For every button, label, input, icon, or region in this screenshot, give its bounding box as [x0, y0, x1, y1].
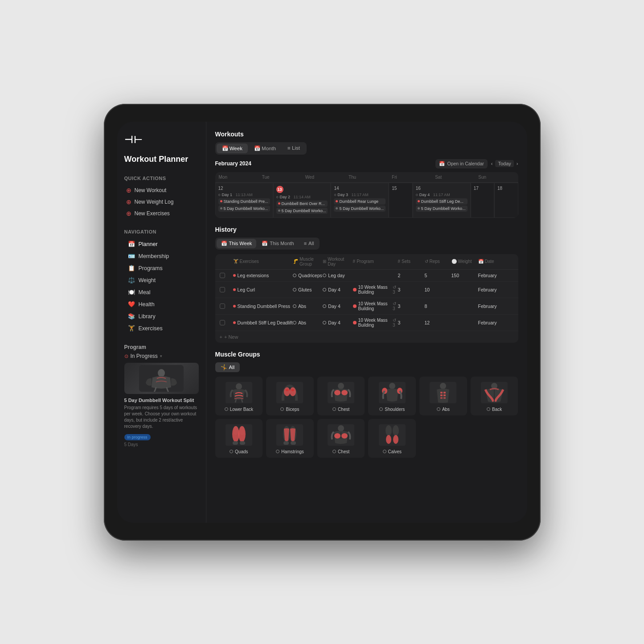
muscle-card-chest2[interactable]: Chest — [317, 419, 365, 458]
row-checkbox-4[interactable] — [220, 320, 233, 325]
tab-list[interactable]: ≡ List — [282, 144, 305, 153]
event-dot-grey — [336, 207, 338, 209]
day3-label: ○ Day 3 11:17 AM — [334, 193, 386, 197]
program-section-label: Program — [124, 344, 199, 350]
muscle-card-hamstrings[interactable]: Hamstrings — [266, 419, 314, 458]
muscle-col-icon: 🦵 — [293, 259, 298, 264]
cal-cell-15[interactable]: 15 — [389, 183, 412, 218]
new-exercises-button[interactable]: ⊕ New Exercises — [124, 208, 199, 219]
sidebar-item-planner[interactable]: 📅 Planner — [124, 238, 199, 250]
add-new-row[interactable]: + + New — [215, 331, 518, 343]
today-navigation: ‹ Today › — [491, 160, 518, 167]
tab-this-week[interactable]: 📅 This Week — [217, 239, 257, 248]
cal-cell-14[interactable]: 14 ○ Day 3 11:17 AM Dumbbell Rear Lunge … — [331, 183, 389, 218]
row-date-1: February — [478, 273, 514, 278]
quads-svg — [226, 424, 252, 446]
muscle-card-abs[interactable]: Abs — [419, 377, 467, 415]
event-dot — [278, 202, 280, 205]
sidebar-item-health[interactable]: ❤️ Health — [124, 298, 199, 310]
table-row: Leg Curl Glutes Day 4 10 Week Mass — [215, 282, 518, 298]
day1-label: ○ Day 1 11:13 AM — [218, 193, 270, 197]
svg-point-30 — [232, 426, 239, 442]
filter-all-button[interactable]: 🤸 All — [215, 362, 240, 372]
workout-circle — [323, 304, 326, 308]
svg-point-45 — [386, 425, 392, 436]
program-badge: In progress — [124, 434, 151, 440]
tab-month[interactable]: 📅 Month — [249, 144, 281, 153]
tab-week[interactable]: 📅 Week — [217, 144, 248, 153]
program-name: 5 Day Dumbbell Workout Split — [124, 398, 199, 403]
tab-this-month[interactable]: 📅 This Month — [257, 239, 298, 248]
today-button[interactable]: Today — [495, 160, 513, 167]
workout-col-icon: ⊞ — [323, 259, 326, 264]
cal-date-18: 18 — [497, 186, 515, 191]
row-checkbox-3[interactable] — [220, 304, 233, 309]
biceps-label: Biceps — [280, 407, 299, 412]
svg-point-10 — [341, 390, 348, 395]
new-weight-log-label: New Weight Log — [135, 199, 174, 205]
muscle-radio — [230, 450, 233, 453]
row-checkbox-1[interactable] — [220, 273, 233, 278]
next-btn[interactable]: › — [517, 161, 518, 166]
plus-icon-2: ⊕ — [126, 198, 131, 205]
back-label: Back — [487, 407, 502, 412]
sidebar-item-exercises[interactable]: 🏋️ Exercises — [124, 322, 199, 334]
svg-point-5 — [284, 387, 290, 396]
cal-cell-18[interactable]: 18 — [494, 183, 518, 218]
weight-col-icon: ⚪ — [451, 259, 457, 264]
cal-cell-17[interactable]: 17 — [471, 183, 494, 218]
programs-label: Programs — [139, 265, 163, 271]
row-workout-1: Leg day — [323, 273, 353, 278]
row-checkbox-2[interactable] — [220, 287, 233, 292]
row-date-3: February — [478, 304, 514, 309]
cal-cell-12[interactable]: 12 ○ Day 1 11:13 AM Standing Dumbbell Pr… — [215, 183, 273, 218]
muscle-card-calves[interactable]: Calves — [368, 419, 416, 458]
row-exercise-1: Leg extensions — [233, 273, 293, 278]
sidebar-item-programs[interactable]: 📋 Programs — [124, 262, 199, 274]
chest-icon-area — [325, 381, 357, 404]
all-icon: ≡ — [304, 241, 307, 246]
svg-point-17 — [440, 383, 446, 389]
muscle-card-chest[interactable]: Chest — [317, 377, 365, 415]
muscle-card-lower-back[interactable]: Lower Back — [215, 377, 263, 415]
row-sets-1: 2 — [398, 273, 425, 278]
cal-date-17: 17 — [474, 186, 491, 191]
cal-cell-13[interactable]: 13 ○ Day 2 11:14 AM Dumbbell Bent Over R… — [273, 183, 331, 218]
new-workout-label: New Workout — [135, 187, 167, 193]
cal-date-13: 13 — [276, 186, 328, 193]
checkbox[interactable] — [220, 304, 225, 309]
hamstrings-svg — [276, 424, 303, 446]
sidebar-item-membership[interactable]: 🪪 Membership — [124, 250, 199, 262]
workouts-section: Workouts 📅 Week 📅 Month ≡ List — [215, 131, 518, 218]
prev-btn[interactable]: ‹ — [491, 161, 493, 166]
tab-all[interactable]: ≡ All — [299, 239, 319, 248]
sidebar-item-library[interactable]: 📚 Library — [124, 310, 199, 322]
circle-icon: ⊙ — [124, 353, 128, 359]
calves-svg — [379, 424, 406, 446]
in-progress-label[interactable]: ⊙ In Progress ▾ — [124, 353, 199, 359]
checkbox[interactable] — [220, 320, 225, 325]
tablet-frame: ⊣⊢ Workout Planner Quick Actions ⊕ New W… — [104, 104, 541, 541]
muscle-card-quads[interactable]: Quads — [215, 419, 263, 458]
open-calendar-button[interactable]: 📅 Open in Calendar — [435, 159, 487, 168]
row-reps-4: 12 — [425, 320, 451, 325]
workout-circle — [323, 274, 326, 277]
calendar-icon: 📅 — [128, 241, 135, 247]
checkbox[interactable] — [220, 287, 225, 292]
new-weight-log-button[interactable]: ⊕ New Weight Log — [124, 196, 199, 208]
muscle-card-biceps[interactable]: Biceps — [266, 377, 314, 415]
row-date-4: February — [478, 320, 514, 325]
sidebar-item-meal[interactable]: 🍽️ Meal — [124, 286, 199, 298]
row-muscle-3: Abs — [293, 304, 323, 309]
checkbox[interactable] — [220, 273, 225, 278]
calendar-grid: Mon Tue Wed Thu Fri Sat Sun 12 — [215, 172, 518, 218]
program-section: Program ⊙ In Progress ▾ — [124, 344, 199, 447]
muscle-card-shoulders[interactable]: Shoulders — [368, 377, 416, 415]
muscle-radio — [383, 450, 386, 453]
new-workout-button[interactable]: ⊕ New Workout — [124, 185, 199, 196]
muscle-card-back[interactable]: Back — [471, 377, 518, 415]
row-program-2: 10 Week Mass Building ↺ 3 — [353, 285, 398, 295]
cal-cell-16[interactable]: 16 ○ Day 4 11:17 AM Dumbbell Stiff Leg D… — [413, 183, 471, 218]
sidebar-item-weight[interactable]: ⚖️ Weight — [124, 274, 199, 286]
history-table: 🏋️ Exercises 🦵 Muscle Group ⊞ Workout Da… — [215, 254, 518, 343]
